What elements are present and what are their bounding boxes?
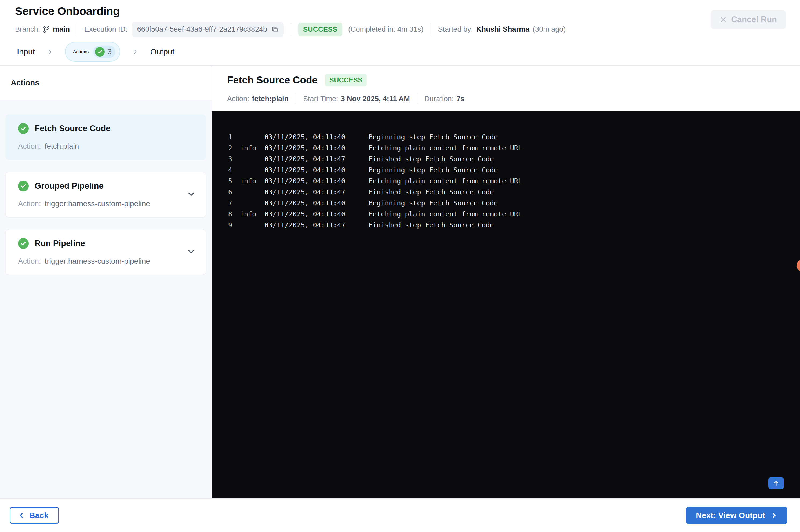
step-meta-row: Action: fetch:plain Start Time: 3 Nov 20… (227, 93, 800, 104)
action-card-grouped-pipeline[interactable]: Grouped Pipeline Action:trigger:harness-… (5, 172, 206, 217)
success-check-icon (18, 180, 29, 191)
log-timestamp: 03/11/2025, 04:11:47 (264, 188, 368, 196)
step-detail-header: Fetch Source Code SUCCESS Action: fetch:… (212, 66, 800, 111)
log-line-number: 6 (228, 188, 240, 196)
chevron-down-icon[interactable] (187, 190, 196, 200)
log-row: 103/11/2025, 04:11:40Beginning step Fetc… (212, 132, 800, 142)
success-check-icon (18, 123, 29, 134)
arrow-up-icon (772, 479, 780, 487)
started-by-info: Started by: Khushi Sharma (30m ago) (438, 25, 566, 34)
step-title: Fetch Source Code (227, 75, 318, 86)
log-timestamp: 03/11/2025, 04:11:40 (264, 177, 368, 185)
card-title-row: Grouped Pipeline (18, 180, 196, 191)
execution-meta-row: Branch: main Execution ID: 660f50a7-5eef… (15, 22, 800, 37)
chevron-right-icon (132, 49, 138, 55)
log-row: 403/11/2025, 04:11:40Beginning step Fetc… (212, 165, 800, 175)
next-view-output-button[interactable]: Next: View Output (686, 507, 787, 524)
log-timestamp: 03/11/2025, 04:11:40 (264, 166, 368, 174)
log-message: Beginning step Fetch Source Code (368, 133, 498, 141)
action-label: Action: (18, 142, 41, 150)
branch-label: Branch: (15, 25, 40, 34)
log-timestamp: 03/11/2025, 04:11:40 (264, 199, 368, 207)
cancel-run-button[interactable]: Cancel Run (711, 10, 786, 29)
service-onboarding-page: Service Onboarding Branch: main Executio… (0, 0, 800, 532)
actions-count: 3 (108, 48, 112, 56)
log-row: 303/11/2025, 04:11:47Finished step Fetch… (212, 154, 800, 165)
started-by-label: Started by: (438, 25, 473, 34)
tab-output[interactable]: Output (150, 47, 174, 56)
log-line-number: 1 (228, 133, 240, 141)
branch-info: Branch: main (15, 25, 70, 34)
log-timestamp: 03/11/2025, 04:11:47 (264, 221, 368, 229)
start-time-label: Start Time: (303, 95, 338, 103)
log-line-number: 2 (228, 144, 240, 152)
action-card-fetch-source-code[interactable]: Fetch Source Code Action:fetch:plain (5, 114, 206, 160)
chevron-left-icon (18, 512, 25, 519)
log-line-number: 9 (228, 221, 240, 229)
log-message: Beginning step Fetch Source Code (368, 199, 498, 207)
tab-input[interactable]: Input (17, 47, 35, 56)
step-action-label: Action: (227, 95, 249, 103)
sidebar-header: Actions (0, 66, 212, 100)
log-message: Beginning step Fetch Source Code (368, 166, 498, 174)
step-detail-panel: Fetch Source Code SUCCESS Action: fetch:… (212, 66, 800, 498)
card-title-row: Fetch Source Code (18, 123, 196, 134)
log-console[interactable]: 103/11/2025, 04:11:40Beginning step Fetc… (212, 111, 800, 498)
log-message: Finished step Fetch Source Code (368, 221, 494, 229)
action-label: Action: (18, 200, 41, 208)
card-title: Fetch Source Code (35, 124, 111, 133)
log-level: info (240, 144, 264, 152)
scroll-to-top-button[interactable] (768, 477, 784, 489)
log-line-number: 8 (228, 210, 240, 218)
log-line-number: 4 (228, 166, 240, 174)
log-line-number: 3 (228, 155, 240, 163)
feedback-widget-dot[interactable] (797, 260, 800, 271)
action-card-list: Fetch Source Code Action:fetch:plain Gro… (0, 100, 212, 498)
completed-in-text: (Completed in: 4m 31s) (348, 25, 424, 34)
start-time-value: 3 Nov 2025, 4:11 AM (341, 95, 410, 103)
card-title-row: Run Pipeline (18, 238, 196, 249)
execution-id-label: Execution ID: (84, 25, 128, 34)
step-action-value: fetch:plain (252, 95, 289, 103)
tab-actions[interactable]: Actions 3 (65, 42, 120, 62)
actions-count-badge: 3 (93, 45, 115, 58)
run-status-badge: SUCCESS (298, 22, 342, 36)
log-message: Finished step Fetch Source Code (368, 188, 494, 196)
log-message: Finished step Fetch Source Code (368, 155, 494, 163)
execution-id-pill: 660f50a7-5eef-43a6-9ff7-2a2179c3824b (132, 22, 284, 37)
log-level: info (240, 177, 264, 185)
actions-sidebar: Actions Fetch Source Code Action:fetch:p… (0, 66, 212, 498)
wizard-footer: Back Next: View Output (0, 498, 800, 532)
chevron-right-icon (770, 512, 778, 519)
log-message: Fetching plain content from remote URL (368, 144, 522, 152)
chevron-right-icon (47, 49, 53, 55)
log-row: 903/11/2025, 04:11:47Finished step Fetch… (212, 220, 800, 231)
copy-icon[interactable] (271, 26, 279, 33)
card-action-meta: Action:fetch:plain (18, 142, 196, 151)
divider (291, 23, 291, 36)
back-button-label: Back (29, 511, 49, 520)
back-button[interactable]: Back (9, 507, 59, 524)
chevron-down-icon[interactable] (187, 247, 196, 257)
divider (417, 93, 417, 104)
branch-name: main (53, 25, 70, 34)
log-message: Fetching plain content from remote URL (368, 210, 522, 218)
divider (431, 23, 431, 36)
step-tabs: Input Actions 3 Output (0, 38, 800, 66)
log-row: 603/11/2025, 04:11:47Finished step Fetch… (212, 187, 800, 197)
log-message: Fetching plain content from remote URL (368, 177, 522, 185)
log-timestamp: 03/11/2025, 04:11:40 (264, 133, 368, 141)
card-action-meta: Action:trigger:harness-custom-pipeline (18, 257, 196, 265)
execution-id-info: Execution ID: 660f50a7-5eef-43a6-9ff7-2a… (84, 22, 284, 37)
tab-actions-label: Actions (73, 50, 89, 54)
card-action-meta: Action:trigger:harness-custom-pipeline (18, 200, 196, 208)
action-card-run-pipeline[interactable]: Run Pipeline Action:trigger:harness-cust… (5, 229, 206, 275)
started-by-ago: (30m ago) (533, 25, 566, 34)
divider (77, 23, 77, 36)
sidebar-heading: Actions (11, 78, 39, 87)
main-area: Actions Fetch Source Code Action:fetch:p… (0, 66, 800, 498)
next-button-label: Next: View Output (696, 511, 765, 520)
page-title: Service Onboarding (15, 5, 800, 18)
action-label: Action: (18, 257, 41, 265)
success-check-icon (18, 238, 29, 249)
